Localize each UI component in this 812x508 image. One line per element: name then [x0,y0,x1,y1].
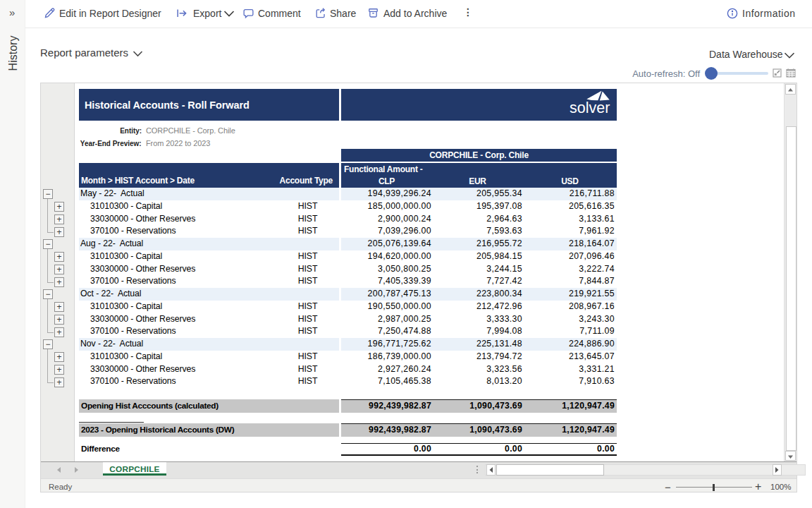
svg-text:solver: solver [570,99,610,116]
